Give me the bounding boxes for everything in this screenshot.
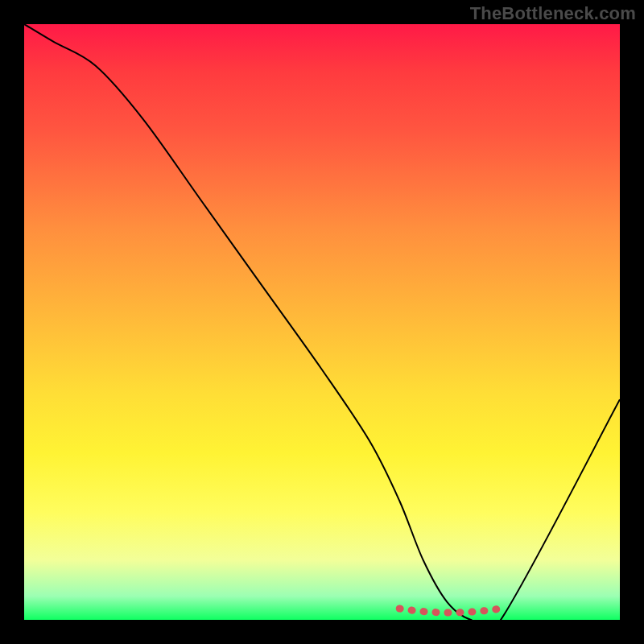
plot-area [24,24,620,620]
optimal-range-marker [399,609,501,613]
chart-frame: TheBottleneck.com [0,0,644,644]
bottleneck-curve [24,24,620,620]
watermark-text: TheBottleneck.com [470,3,636,24]
chart-svg [24,24,620,620]
